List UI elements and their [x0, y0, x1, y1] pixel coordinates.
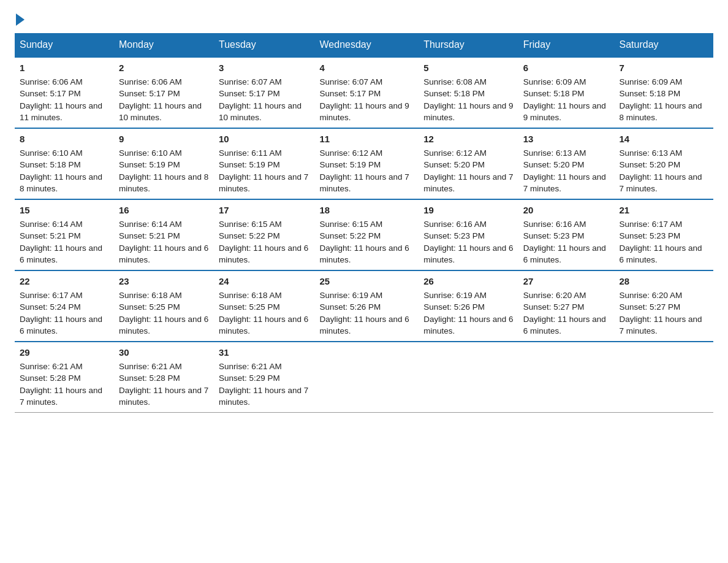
daylight-label: Daylight: 11 hours and 6 minutes.	[219, 243, 308, 265]
calendar-cell: 10Sunrise: 6:11 AMSunset: 5:19 PMDayligh…	[214, 128, 315, 199]
sunrise-label: Sunrise: 6:06 AM	[119, 77, 182, 86]
daylight-label: Daylight: 11 hours and 9 minutes.	[320, 101, 409, 123]
daylight-label: Daylight: 11 hours and 6 minutes.	[320, 243, 409, 265]
sunrise-label: Sunrise: 6:12 AM	[423, 148, 487, 158]
sunrise-label: Sunrise: 6:17 AM	[619, 220, 682, 229]
calendar-cell	[315, 342, 419, 413]
calendar-cell	[518, 342, 615, 413]
day-number: 12	[423, 132, 514, 146]
calendar-week-5: 29Sunrise: 6:21 AMSunset: 5:28 PMDayligh…	[15, 342, 713, 413]
sunset-label: Sunset: 5:18 PM	[523, 89, 585, 98]
sunrise-label: Sunrise: 6:16 AM	[523, 220, 586, 229]
sunrise-label: Sunrise: 6:14 AM	[119, 220, 182, 229]
daylight-label: Daylight: 11 hours and 8 minutes.	[20, 172, 102, 194]
col-header-tuesday: Tuesday	[214, 33, 315, 57]
calendar-cell: 4Sunrise: 6:07 AMSunset: 5:17 PMDaylight…	[315, 57, 419, 128]
daylight-label: Daylight: 11 hours and 6 minutes.	[320, 315, 409, 336]
day-number: 14	[619, 132, 708, 146]
calendar-cell: 28Sunrise: 6:20 AMSunset: 5:27 PMDayligh…	[614, 270, 713, 342]
sunrise-label: Sunrise: 6:09 AM	[523, 77, 586, 86]
day-number: 29	[20, 346, 109, 359]
sunrise-label: Sunrise: 6:08 AM	[423, 77, 487, 86]
calendar-cell: 11Sunrise: 6:12 AMSunset: 5:19 PMDayligh…	[315, 128, 419, 199]
sunset-label: Sunset: 5:26 PM	[423, 302, 485, 312]
col-header-sunday: Sunday	[15, 33, 114, 57]
calendar-week-3: 15Sunrise: 6:14 AMSunset: 5:21 PMDayligh…	[15, 199, 713, 270]
calendar-cell: 13Sunrise: 6:13 AMSunset: 5:20 PMDayligh…	[518, 128, 615, 199]
sunset-label: Sunset: 5:19 PM	[320, 160, 381, 169]
sunrise-label: Sunrise: 6:13 AM	[619, 148, 682, 158]
sunset-label: Sunset: 5:17 PM	[119, 89, 180, 98]
sunrise-label: Sunrise: 6:07 AM	[320, 77, 383, 86]
sunset-label: Sunset: 5:21 PM	[20, 231, 81, 240]
daylight-label: Daylight: 11 hours and 6 minutes.	[219, 315, 308, 336]
day-number: 19	[423, 204, 514, 217]
calendar-cell: 12Sunrise: 6:12 AMSunset: 5:20 PMDayligh…	[419, 128, 518, 199]
day-number: 20	[523, 204, 610, 217]
sunrise-label: Sunrise: 6:07 AM	[219, 77, 282, 86]
calendar-cell: 26Sunrise: 6:19 AMSunset: 5:26 PMDayligh…	[419, 270, 518, 342]
calendar-table: SundayMondayTuesdayWednesdayThursdayFrid…	[15, 33, 713, 413]
calendar-cell: 7Sunrise: 6:09 AMSunset: 5:18 PMDaylight…	[614, 57, 713, 128]
calendar-cell: 17Sunrise: 6:15 AMSunset: 5:22 PMDayligh…	[214, 199, 315, 270]
sunset-label: Sunset: 5:23 PM	[523, 231, 585, 240]
sunset-label: Sunset: 5:17 PM	[20, 89, 81, 98]
sunset-label: Sunset: 5:28 PM	[119, 373, 180, 383]
sunrise-label: Sunrise: 6:09 AM	[619, 77, 682, 86]
col-header-saturday: Saturday	[614, 33, 713, 57]
calendar-cell: 24Sunrise: 6:18 AMSunset: 5:25 PMDayligh…	[214, 270, 315, 342]
day-number: 5	[423, 61, 514, 75]
calendar-cell: 25Sunrise: 6:19 AMSunset: 5:26 PMDayligh…	[315, 270, 419, 342]
daylight-label: Daylight: 11 hours and 7 minutes.	[523, 172, 606, 194]
calendar-cell: 21Sunrise: 6:17 AMSunset: 5:23 PMDayligh…	[614, 199, 713, 270]
calendar-cell: 2Sunrise: 6:06 AMSunset: 5:17 PMDaylight…	[114, 57, 214, 128]
logo-arrow-icon	[16, 13, 25, 26]
day-number: 13	[523, 132, 610, 146]
col-header-friday: Friday	[518, 33, 615, 57]
calendar-cell: 14Sunrise: 6:13 AMSunset: 5:20 PMDayligh…	[614, 128, 713, 199]
daylight-label: Daylight: 11 hours and 6 minutes.	[423, 315, 513, 336]
sunset-label: Sunset: 5:24 PM	[20, 302, 81, 312]
sunrise-label: Sunrise: 6:21 AM	[20, 362, 83, 371]
calendar-cell: 31Sunrise: 6:21 AMSunset: 5:29 PMDayligh…	[214, 342, 315, 413]
daylight-label: Daylight: 11 hours and 6 minutes.	[619, 243, 702, 265]
daylight-label: Daylight: 11 hours and 7 minutes.	[320, 172, 409, 194]
sunset-label: Sunset: 5:29 PM	[219, 373, 280, 383]
day-number: 6	[523, 61, 610, 75]
sunrise-label: Sunrise: 6:13 AM	[523, 148, 586, 158]
sunset-label: Sunset: 5:17 PM	[219, 89, 280, 98]
sunrise-label: Sunrise: 6:21 AM	[119, 362, 182, 371]
day-number: 2	[119, 61, 209, 75]
day-number: 8	[20, 132, 109, 146]
logo	[15, 15, 25, 23]
calendar-cell: 19Sunrise: 6:16 AMSunset: 5:23 PMDayligh…	[419, 199, 518, 270]
sunrise-label: Sunrise: 6:17 AM	[20, 291, 83, 300]
calendar-cell	[419, 342, 518, 413]
day-number: 15	[20, 204, 109, 217]
day-number: 26	[423, 275, 514, 288]
calendar-cell: 15Sunrise: 6:14 AMSunset: 5:21 PMDayligh…	[15, 199, 114, 270]
sunset-label: Sunset: 5:20 PM	[423, 160, 485, 169]
day-number: 17	[219, 204, 310, 217]
daylight-label: Daylight: 11 hours and 6 minutes.	[20, 315, 102, 336]
col-header-wednesday: Wednesday	[315, 33, 419, 57]
sunset-label: Sunset: 5:23 PM	[619, 231, 680, 240]
daylight-label: Daylight: 11 hours and 7 minutes.	[423, 172, 513, 194]
calendar-cell: 22Sunrise: 6:17 AMSunset: 5:24 PMDayligh…	[15, 270, 114, 342]
calendar-week-1: 1Sunrise: 6:06 AMSunset: 5:17 PMDaylight…	[15, 57, 713, 128]
sunset-label: Sunset: 5:20 PM	[523, 160, 585, 169]
calendar-cell: 8Sunrise: 6:10 AMSunset: 5:18 PMDaylight…	[15, 128, 114, 199]
daylight-label: Daylight: 11 hours and 6 minutes.	[523, 315, 606, 336]
day-number: 23	[119, 275, 209, 288]
sunrise-label: Sunrise: 6:18 AM	[119, 291, 182, 300]
sunset-label: Sunset: 5:25 PM	[219, 302, 280, 312]
sunrise-label: Sunrise: 6:18 AM	[219, 291, 282, 300]
daylight-label: Daylight: 11 hours and 6 minutes.	[20, 243, 102, 265]
sunset-label: Sunset: 5:26 PM	[320, 302, 381, 312]
calendar-cell: 23Sunrise: 6:18 AMSunset: 5:25 PMDayligh…	[114, 270, 214, 342]
daylight-label: Daylight: 11 hours and 9 minutes.	[423, 101, 513, 123]
sunset-label: Sunset: 5:18 PM	[423, 89, 485, 98]
daylight-label: Daylight: 11 hours and 7 minutes.	[119, 386, 208, 407]
sunrise-label: Sunrise: 6:12 AM	[320, 148, 383, 158]
calendar-cell: 5Sunrise: 6:08 AMSunset: 5:18 PMDaylight…	[419, 57, 518, 128]
